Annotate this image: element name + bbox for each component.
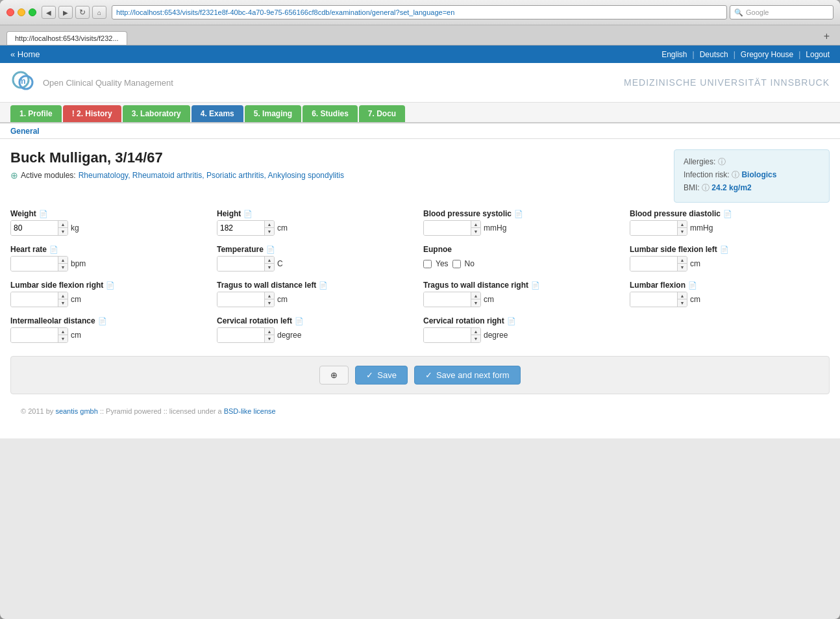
weight-down[interactable]: ▼ [58, 228, 68, 235]
lumbar-flexion-down[interactable]: ▼ [678, 299, 687, 307]
logout-link[interactable]: Logout [806, 50, 830, 59]
forward-button[interactable]: ▶ [58, 6, 73, 19]
height-input[interactable] [217, 221, 264, 235]
back-button[interactable]: ◀ [42, 6, 56, 19]
tab-history[interactable]: ! 2. History [63, 105, 121, 122]
intermalleolar-up[interactable]: ▲ [58, 328, 68, 335]
tragus-wall-right-up[interactable]: ▲ [471, 292, 480, 299]
tab-exams[interactable]: 4. Exams [191, 105, 243, 122]
tragus-wall-left-input[interactable] [217, 292, 264, 307]
lumbar-flexion-left-input[interactable] [630, 257, 677, 271]
company-link[interactable]: seantis gmbh [55, 407, 97, 415]
license-link[interactable]: BSD-like license [224, 407, 276, 415]
height-doc-icon[interactable]: 📄 [243, 210, 253, 218]
lumbar-flexion-up[interactable]: ▲ [678, 292, 687, 299]
infection-info-icon[interactable]: ⓘ [732, 170, 739, 179]
temperature-doc-icon[interactable]: 📄 [266, 246, 275, 254]
browser-tab[interactable]: http://localhost:6543/visits/f232... [6, 31, 127, 45]
tab-laboratory[interactable]: 3. Laboratory [123, 105, 190, 122]
intermalleolar-input-row: ▲ ▼ cm [10, 327, 210, 343]
intermalleolar-doc-icon[interactable]: 📄 [98, 317, 107, 325]
lumbar-flexion-right-down[interactable]: ▼ [58, 299, 68, 307]
weight-doc-icon[interactable]: 📄 [39, 210, 48, 218]
save-button[interactable]: ✓ Save [355, 366, 408, 385]
weight-up[interactable]: ▲ [58, 221, 68, 228]
new-tab-button[interactable]: + [820, 28, 834, 45]
tragus-wall-left-down[interactable]: ▼ [265, 299, 274, 307]
tragus-wall-left-doc-icon[interactable]: 📄 [319, 281, 328, 290]
lumbar-flexion-right-up[interactable]: ▲ [58, 292, 68, 299]
tragus-wall-left-up[interactable]: ▲ [265, 292, 274, 299]
height-combined-input: ▲ ▼ [217, 220, 275, 236]
bp-systolic-input[interactable] [424, 221, 471, 235]
intermalleolar-down[interactable]: ▼ [58, 335, 68, 342]
heart-rate-input[interactable] [11, 257, 58, 271]
bp-systolic-up[interactable]: ▲ [471, 221, 480, 228]
save-check-icon: ✓ [366, 370, 373, 380]
cervical-right-doc-icon[interactable]: 📄 [507, 317, 516, 325]
temperature-up[interactable]: ▲ [265, 257, 274, 264]
cervical-left-doc-icon[interactable]: 📄 [295, 317, 304, 325]
add-button[interactable]: ⊕ [319, 366, 349, 385]
cervical-left-input[interactable] [217, 328, 264, 342]
height-up[interactable]: ▲ [265, 221, 274, 228]
tragus-wall-right-down[interactable]: ▼ [471, 299, 480, 307]
heart-rate-doc-icon[interactable]: 📄 [49, 246, 58, 254]
cervical-left-up[interactable]: ▲ [265, 328, 274, 335]
lumbar-flexion-right-input[interactable] [11, 292, 58, 307]
temperature-down[interactable]: ▼ [265, 264, 274, 271]
allergies-info-icon[interactable]: ⓘ [718, 157, 726, 166]
lumbar-flexion-left-unit: cm [690, 259, 700, 268]
lumbar-flexion-left-up[interactable]: ▲ [678, 257, 687, 264]
heart-rate-down[interactable]: ▼ [58, 264, 68, 271]
lang-en-link[interactable]: English [661, 50, 687, 59]
lang-de-link[interactable]: Deutsch [700, 50, 728, 59]
home-link[interactable]: « Home [10, 49, 40, 59]
temperature-input[interactable] [217, 257, 264, 271]
lumbar-flexion-doc-icon[interactable]: 📄 [688, 281, 697, 290]
cervical-left-down[interactable]: ▼ [265, 335, 274, 342]
bp-diastolic-down[interactable]: ▼ [678, 228, 687, 235]
lumbar-flexion-input[interactable] [630, 292, 677, 307]
lumbar-flexion-left-doc-icon[interactable]: 📄 [720, 246, 729, 254]
address-bar[interactable]: http://localhost:6543/visits/f2321e8f-40… [112, 5, 727, 19]
form-grid: Weight 📄 ▲ ▼ kg [10, 209, 830, 343]
eupnoe-input-row: Yes No [423, 256, 623, 272]
tragus-wall-right-doc-icon[interactable]: 📄 [531, 281, 540, 290]
footer-sep1: :: Pyramid powered :: licensed under a [100, 407, 224, 415]
bp-diastolic-doc-icon[interactable]: 📄 [723, 210, 732, 218]
eupnoe-yes-checkbox[interactable] [423, 260, 432, 268]
height-down[interactable]: ▼ [265, 228, 274, 235]
maximize-button[interactable] [29, 8, 36, 16]
tab-imaging[interactable]: 5. Imaging [245, 105, 301, 122]
bp-diastolic-input[interactable] [630, 221, 677, 235]
search-bar[interactable]: 🔍 Google [730, 5, 834, 19]
weight-input[interactable] [11, 221, 58, 235]
refresh-button[interactable]: ↻ [75, 6, 90, 19]
bmi-info-icon[interactable]: ⓘ [702, 183, 710, 192]
url-text: http://localhost:6543/visits/f2321e8f-40… [116, 8, 454, 16]
tab-docu[interactable]: 7. Docu [359, 105, 405, 122]
save-next-button[interactable]: ✓ Save and next form [414, 366, 521, 385]
add-module-icon[interactable]: ⊕ [10, 170, 18, 181]
allergy-box: Allergies: ⓘ Infection risk: ⓘ Biologics… [674, 149, 830, 203]
tab-profile[interactable]: 1. Profile [10, 105, 62, 122]
lumbar-flexion-right-doc-icon[interactable]: 📄 [106, 281, 115, 290]
bp-diastolic-up[interactable]: ▲ [678, 221, 687, 228]
bp-systolic-down[interactable]: ▼ [471, 228, 480, 235]
heart-rate-up[interactable]: ▲ [58, 257, 68, 264]
cervical-right-up[interactable]: ▲ [471, 328, 480, 335]
intermalleolar-input[interactable] [11, 328, 58, 342]
sub-tab-general[interactable]: General [10, 127, 40, 136]
eupnoe-no-checkbox[interactable] [452, 260, 461, 268]
tab-studies[interactable]: 6. Studies [303, 105, 358, 122]
tragus-wall-right-input-row: ▲ ▼ cm [423, 292, 623, 307]
cervical-right-input[interactable] [424, 328, 471, 342]
minimize-button[interactable] [18, 8, 25, 16]
bp-systolic-doc-icon[interactable]: 📄 [514, 210, 523, 218]
home-nav-button[interactable]: ⌂ [92, 6, 106, 19]
tragus-wall-right-input[interactable] [424, 292, 471, 307]
close-button[interactable] [6, 8, 14, 16]
lumbar-flexion-left-down[interactable]: ▼ [678, 264, 687, 271]
cervical-right-down[interactable]: ▼ [471, 335, 480, 342]
